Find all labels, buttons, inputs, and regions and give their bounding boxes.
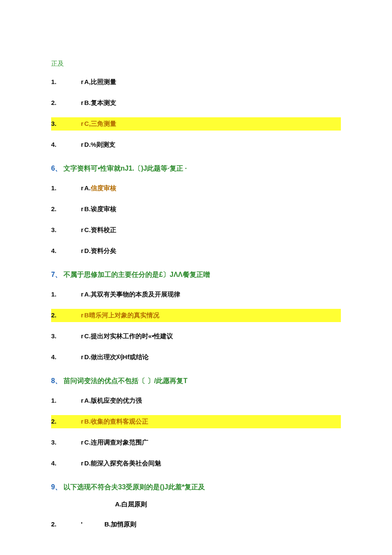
option-letter: B xyxy=(84,311,89,319)
option-letter: C. xyxy=(84,439,91,446)
option-number: 1. xyxy=(51,397,81,404)
option-number: 3. xyxy=(51,120,81,127)
q9-option-a: A.白屈原则 xyxy=(115,500,341,509)
option-prefix: r xyxy=(81,205,84,212)
option-prefix: r xyxy=(81,418,84,425)
option-content: rC,三角测量 xyxy=(81,120,116,128)
q7-options-block: 1.rA.其双有关事物的本质及开展现律2.rB晴乐河上对象的真实情况3.rC.提… xyxy=(51,288,341,364)
question-text: 苗问词变法的优点不包括〔 〕/此愿再复T xyxy=(63,377,187,384)
option-content: rD.做出理次刈Hf或结论 xyxy=(81,353,149,361)
option-number: 3. xyxy=(51,332,81,340)
option-number: 2. xyxy=(51,311,81,319)
option-row: 1.rA,比照测量 xyxy=(51,76,341,89)
option-row: 3.rC,三角测量 xyxy=(51,117,341,131)
option-letter: B. xyxy=(84,99,91,106)
option-number: 4. xyxy=(51,247,81,254)
option-content: rA,比照测量 xyxy=(81,78,116,86)
option-number: 4. xyxy=(51,459,81,467)
option-text: 收集的查料客观公正 xyxy=(91,418,148,425)
option-number: 2. xyxy=(51,520,81,529)
option-text: 白屈原则 xyxy=(121,500,147,508)
option-text: 信度审核 xyxy=(91,184,116,192)
option-letter: C, xyxy=(84,120,91,127)
option-row: 2.rB.收集的查料客观公正 xyxy=(51,415,341,428)
option-text: 三角测量 xyxy=(91,120,116,127)
option-row: 4.rD.做出理次刈Hf或结论 xyxy=(51,351,341,364)
q9-option-b: 2. ' B.加悄原则 xyxy=(51,520,341,529)
option-text: 加悄原则 xyxy=(111,520,136,528)
option-number: 2. xyxy=(51,205,81,212)
option-content: rD.能深入探究各美社会间魅 xyxy=(81,459,161,468)
option-prefix: r xyxy=(81,397,84,404)
question-number: 9、 xyxy=(51,483,62,491)
option-prefix: r xyxy=(81,226,84,233)
option-prefix: r xyxy=(81,439,84,446)
option-content: rD.资料分矣 xyxy=(81,247,116,255)
option-row: 2.rB晴乐河上对象的真实情况 xyxy=(51,309,341,322)
option-prefix: r xyxy=(81,78,84,85)
document-page: 正及 1.rA,比照测量2.rB.复本测支3.rC,三角测量4.rD.%则测支 … xyxy=(0,0,392,555)
question-number: 7、 xyxy=(51,271,62,278)
option-content: rB.复本测支 xyxy=(81,99,116,107)
option-number: 1. xyxy=(51,291,81,298)
option-number: 1. xyxy=(51,78,81,85)
q6-options-block: 1.rA.信度审核2.rB.诶度审核3.rC.资料校正4.rD.资料分矣 xyxy=(51,182,341,258)
option-prefix: r xyxy=(81,141,84,148)
question-8: 8、 苗问词变法的优点不包括〔 〕/此愿再复T xyxy=(51,377,341,386)
option-number: 3. xyxy=(51,226,81,233)
option-letter: A, xyxy=(84,78,91,85)
option-letter: B. xyxy=(84,418,91,425)
option-prefix: r xyxy=(81,184,84,192)
option-row: 3.rC.提出对实林工作的时«•性建议 xyxy=(51,330,341,343)
option-row: 2.rB.诶度审核 xyxy=(51,203,341,216)
option-text: 版机应变的优力强 xyxy=(91,397,142,404)
option-letter: A. xyxy=(115,500,121,508)
option-letter: D. xyxy=(84,141,91,148)
option-letter: B. xyxy=(84,205,91,212)
option-content: rA.其双有关事物的本质及开展现律 xyxy=(81,291,180,299)
option-marker: ' xyxy=(81,520,104,529)
question-text: 文字资料可•性审就nJ1.〔)J此题等·复正 · xyxy=(63,165,187,172)
option-text: 连用调查对象范围广 xyxy=(91,439,148,446)
question-7: 7、 不属于思修加工的主要任分的是£〕JΛΛ餐复正噌 xyxy=(51,270,341,279)
option-content: rB晴乐河上对象的真实情况 xyxy=(81,311,159,320)
option-text: 复本测支 xyxy=(91,99,116,106)
option-letter: D. xyxy=(84,247,91,254)
option-number: 3. xyxy=(51,439,81,446)
option-text: 提出对实林工作的时«•性建议 xyxy=(91,332,173,340)
question-text: 不属于思修加工的主要任分的是£〕JΛΛ餐复正噌 xyxy=(63,271,210,278)
option-number: 2. xyxy=(51,418,81,425)
option-text: 诶度审核 xyxy=(91,205,116,212)
option-row: 1.rA.信度审核 xyxy=(51,182,341,195)
option-text: 做出理次刈Hf或结论 xyxy=(91,353,149,360)
option-prefix: r xyxy=(81,311,84,319)
option-text: 比照测量 xyxy=(91,78,116,85)
question-number: 8、 xyxy=(51,377,62,384)
option-number: 2. xyxy=(51,99,81,106)
option-letter: A. xyxy=(84,397,91,404)
option-text: %则测支 xyxy=(91,141,115,148)
option-number: 4. xyxy=(51,353,81,360)
option-letter: D. xyxy=(84,353,91,360)
q5-options-block: 1.rA,比照测量2.rB.复本测支3.rC,三角测量4.rD.%则测支 xyxy=(51,76,341,151)
option-row: 3.rC.资料校正 xyxy=(51,224,341,237)
option-content: rD.%则测支 xyxy=(81,141,115,149)
question-9: 9、 以下选现不符合夫33受原则的是()J此羞*复正及 xyxy=(51,483,341,492)
option-content: rC.提出对实林工作的时«•性建议 xyxy=(81,332,173,340)
option-letter: D. xyxy=(84,459,91,467)
question-6: 6、 文字资料可•性审就nJ1.〔)J此题等·复正 · xyxy=(51,164,341,173)
option-text: 资料分矣 xyxy=(91,247,116,254)
option-content: rC.连用调查对象范围广 xyxy=(81,439,148,447)
option-content: rC.资料校正 xyxy=(81,226,116,234)
option-prefix: r xyxy=(81,353,84,360)
option-letter: B. xyxy=(104,520,111,528)
option-content: rA.版机应变的优力强 xyxy=(81,397,142,405)
correction-label: 正及 xyxy=(51,60,341,68)
option-content: rB.诶度审核 xyxy=(81,205,116,213)
option-number: 4. xyxy=(51,141,81,148)
option-text: 资料校正 xyxy=(91,226,116,233)
question-number: 6、 xyxy=(51,165,62,172)
option-content: rB.收集的查料客观公正 xyxy=(81,418,148,426)
option-prefix: r xyxy=(81,459,84,467)
option-letter: A. xyxy=(84,291,91,298)
